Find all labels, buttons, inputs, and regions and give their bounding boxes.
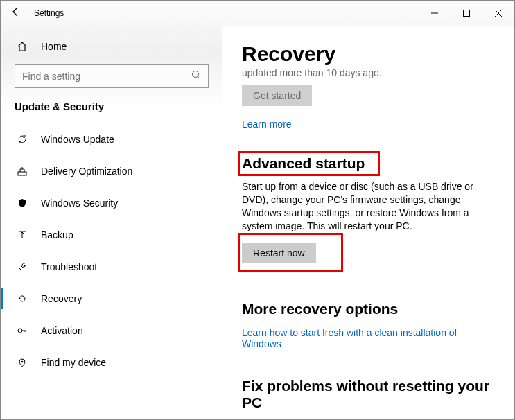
restart-now-button[interactable]: Restart now — [242, 243, 316, 263]
shield-icon — [16, 198, 28, 209]
maximize-button[interactable] — [451, 1, 482, 26]
sidebar-item-delivery-optimization[interactable]: Delivery Optimization — [1, 155, 222, 187]
nav-label: Troubleshoot — [41, 261, 97, 272]
backup-icon — [16, 229, 28, 240]
search-input[interactable] — [22, 71, 191, 82]
home-label: Home — [41, 41, 67, 52]
window-title: Settings — [31, 8, 419, 18]
delivery-icon — [16, 166, 28, 177]
home-icon — [16, 41, 28, 52]
wrench-icon — [16, 261, 28, 272]
sidebar-item-backup[interactable]: Backup — [1, 219, 222, 251]
nav-label: Activation — [41, 325, 83, 336]
svg-rect-1 — [464, 10, 470, 17]
svg-point-7 — [18, 329, 22, 333]
page-title: Recovery — [242, 42, 495, 66]
back-button[interactable] — [1, 6, 31, 20]
svg-point-8 — [21, 361, 24, 363]
sidebar-item-windows-update[interactable]: Windows Update — [1, 123, 222, 155]
fix-problems-heading: Fix problems without resetting your PC — [242, 378, 495, 411]
sidebar-item-recovery[interactable]: Recovery — [1, 283, 222, 315]
recovery-icon — [16, 293, 28, 304]
svg-line-5 — [198, 77, 201, 80]
sidebar-section-heading: Update & Security — [1, 96, 222, 123]
nav-label: Recovery — [41, 293, 82, 304]
nav-list: Windows Update Delivery Optimization Win… — [1, 123, 222, 378]
clean-install-link[interactable]: Learn how to start fresh with a clean in… — [242, 327, 495, 349]
advanced-startup-heading: Advanced startup — [242, 155, 495, 172]
sidebar-item-find-my-device[interactable]: Find my device — [1, 347, 222, 378]
content-pane: Recovery updated more than 10 days ago. … — [222, 26, 514, 419]
truncated-prev-text: updated more than 10 days ago. — [242, 67, 495, 78]
location-icon — [16, 357, 28, 368]
settings-window: Settings Home Update & Security — [0, 0, 515, 420]
titlebar: Settings — [1, 1, 514, 26]
nav-label: Windows Update — [41, 134, 114, 145]
key-icon — [16, 325, 28, 336]
nav-label: Backup — [41, 229, 73, 240]
sidebar: Home Update & Security Windows Update De… — [1, 26, 222, 419]
svg-rect-6 — [18, 172, 26, 175]
get-started-button[interactable]: Get started — [242, 85, 312, 106]
nav-label: Delivery Optimization — [41, 166, 132, 177]
window-controls — [419, 1, 514, 26]
nav-label: Windows Security — [41, 198, 118, 209]
svg-point-4 — [193, 71, 199, 78]
learn-more-link[interactable]: Learn more — [242, 119, 292, 130]
nav-label: Find my device — [41, 357, 106, 368]
sidebar-item-activation[interactable]: Activation — [1, 315, 222, 347]
home-nav[interactable]: Home — [1, 33, 222, 60]
sidebar-item-troubleshoot[interactable]: Troubleshoot — [1, 251, 222, 283]
search-icon — [191, 70, 201, 82]
search-box[interactable] — [15, 64, 209, 88]
advanced-startup-description: Start up from a device or disc (such as … — [242, 180, 495, 233]
sync-icon — [16, 134, 28, 145]
minimize-button[interactable] — [419, 1, 451, 26]
more-recovery-heading: More recovery options — [242, 301, 495, 317]
sidebar-item-windows-security[interactable]: Windows Security — [1, 187, 222, 219]
close-button[interactable] — [482, 1, 514, 26]
